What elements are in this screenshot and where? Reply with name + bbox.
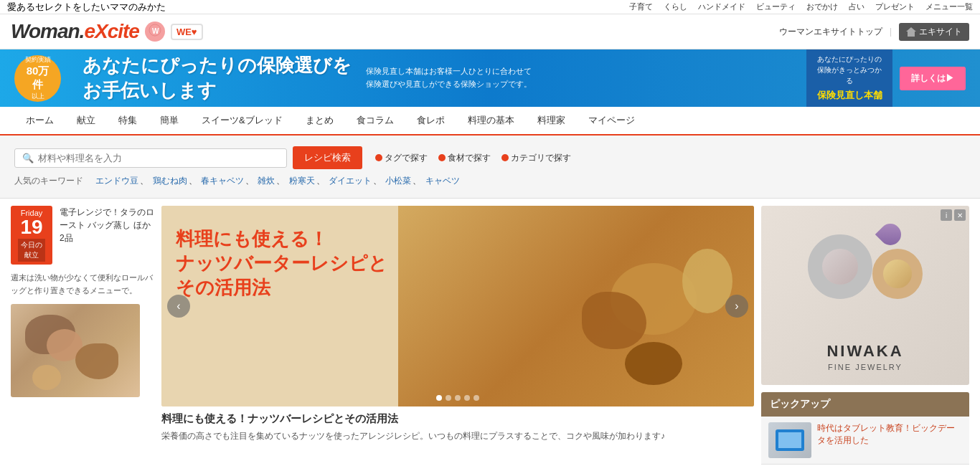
- slider-prev-button[interactable]: ‹: [167, 295, 190, 318]
- pickup-header: ピックアップ: [761, 392, 969, 417]
- keyword-cabbage[interactable]: キャベツ: [425, 176, 460, 186]
- today-label: 今日の献立: [18, 239, 45, 262]
- slider-title-line1: 料理にも使える！: [176, 227, 387, 252]
- dot-2[interactable]: [446, 395, 451, 401]
- nav-column[interactable]: 食コラム: [345, 107, 405, 134]
- search-area: 🔍 レシピ検索 タグで探す 食材で探す カテゴリで探す 人気のキーワード エンド…: [0, 135, 980, 199]
- top-nav-beauty[interactable]: ビューティ: [756, 1, 796, 12]
- header: Woman.eXcite W WE♥ ウーマンエキサイトトップ | エキサイト: [0, 14, 980, 49]
- pickup-text: 時代はタブレット教育！ビックデータを活用した: [817, 422, 962, 458]
- nav-matome[interactable]: まとめ: [294, 107, 345, 134]
- logo-woman: Woman.eXcite: [11, 20, 139, 43]
- top-nav-kosodate[interactable]: 子育て: [629, 1, 653, 12]
- top-nav-uranai[interactable]: 占い: [849, 1, 864, 12]
- banner-cta[interactable]: 詳しくは▶: [900, 67, 966, 90]
- site-tagline: 愛あるセレクトをしたいママのみかた: [7, 1, 166, 14]
- radio-category: [501, 154, 509, 161]
- excite-button[interactable]: エキサイト: [899, 23, 969, 41]
- nav-home[interactable]: ホーム: [14, 107, 65, 134]
- search-option-ingredient-label: 食材で探す: [448, 152, 491, 164]
- featured-slider: 料理にも使える！ ナッツバーターレシピと その活用法 ‹ ›: [161, 206, 754, 406]
- search-option-tag[interactable]: タグで探す: [375, 152, 428, 164]
- banner-right-text: あなたにぴったりの保険がきっとみつかる: [815, 54, 884, 86]
- top-nav-handmade[interactable]: ハンドメイド: [698, 1, 745, 12]
- ring-2: [872, 249, 923, 299]
- keyword-endou[interactable]: エンドウ豆: [95, 176, 138, 186]
- pickup-section: ピックアップ 時代はタブレット教育！ビックデータを活用した: [761, 392, 969, 465]
- top-nav-present[interactable]: プレゼント: [875, 1, 915, 12]
- excite-label: エキサイト: [919, 26, 962, 38]
- slider-title-line3: その活用法: [176, 276, 387, 300]
- banner-sub1: 保険見直し本舗はお客様一人ひとりに合わせて: [366, 65, 532, 78]
- slider-dots: [436, 395, 479, 401]
- dot-5[interactable]: [473, 395, 479, 401]
- logo-w-icon: W: [145, 22, 165, 42]
- right-column: i ✕ NIWAKA FINE JEWELRY ピックアップ: [761, 206, 969, 465]
- banner-right: あなたにぴったりの保険がきっとみつかる 保険見直し本舗 詳しくは▶: [806, 49, 966, 107]
- search-input-wrap[interactable]: 🔍: [14, 148, 287, 168]
- search-option-category[interactable]: カテゴリで探す: [501, 152, 571, 164]
- header-right-links: ウーマンエキサイトトップ | エキサイト: [779, 23, 969, 41]
- dot-4[interactable]: [464, 395, 470, 401]
- top-nav-kurashi[interactable]: くらし: [664, 1, 687, 12]
- featured-caption-text: 栄養価の高さでも注目を集めているナッツを使ったアレンジレシピ。いつもの料理にプラ…: [161, 429, 754, 443]
- banner-ad[interactable]: 契約実績 80万件 以上 あなたにぴったりの保険選びを お手伝いします 保険見直…: [0, 49, 980, 107]
- keyword-tori[interactable]: 鶏むね肉: [153, 176, 187, 186]
- banner-sub-text: 保険見直し本舗はお客様一人ひとりに合わせて 保険選びや見直しができる保険ショップ…: [366, 65, 532, 90]
- nav-kihon[interactable]: 料理の基本: [456, 107, 526, 134]
- keyword-diet[interactable]: ダイエット: [329, 176, 372, 186]
- nav-cook[interactable]: 料理家: [526, 107, 577, 134]
- search-option-ingredient[interactable]: 食材で探す: [438, 152, 491, 164]
- dot-3[interactable]: [455, 395, 461, 401]
- keyword-haru-cabbage[interactable]: 春キャベツ: [201, 176, 244, 186]
- nav-repo[interactable]: 食レポ: [405, 107, 456, 134]
- ring-gem: [875, 219, 905, 249]
- search-row: 🔍 レシピ検索 タグで探す 食材で探す カテゴリで探す: [14, 146, 966, 169]
- svg-text:W: W: [152, 27, 159, 35]
- banner-badge: 契約実績 80万件 以上: [14, 55, 61, 102]
- logo-link[interactable]: Woman.eXcite: [11, 20, 139, 43]
- top-nav-odekake[interactable]: おでかけ: [806, 1, 838, 12]
- svg-rect-2: [908, 31, 915, 37]
- slider-next-button[interactable]: ›: [725, 295, 748, 318]
- keyword-kanten[interactable]: 粉寒天: [289, 176, 315, 186]
- header-logo-area: Woman.eXcite W WE♥: [11, 20, 203, 43]
- home-icon: [906, 27, 916, 37]
- keyword-zoosui[interactable]: 雑炊: [258, 176, 275, 186]
- popular-keywords: 人気のキーワード エンドウ豆、 鶏むね肉、 春キャベツ、 雑炊、 粉寒天、 ダイ…: [14, 175, 966, 187]
- woman-excite-top-link[interactable]: ウーマンエキサイトトップ: [779, 26, 882, 38]
- dot-1[interactable]: [436, 395, 442, 401]
- ad-info-button[interactable]: i: [941, 209, 952, 221]
- nav-特集[interactable]: 特集: [107, 107, 149, 134]
- featured-caption: 料理にも使える！ナッツバーレシピとその活用法 栄養価の高さでも注目を集めているナ…: [161, 412, 754, 443]
- top-nav-menu[interactable]: メニュー一覧: [925, 1, 973, 12]
- radio-ingredient: [438, 154, 446, 161]
- jewelry-visual: [801, 220, 930, 335]
- ad-content: NIWAKA FINE JEWELRY: [761, 206, 969, 385]
- nav-簡単[interactable]: 簡単: [149, 107, 190, 134]
- nav-mypage[interactable]: マイページ: [577, 107, 646, 134]
- pickup-item-link[interactable]: 時代はタブレット教育！ビックデータを活用した: [817, 423, 955, 445]
- pickup-item: 時代はタブレット教育！ビックデータを活用した: [761, 417, 969, 465]
- banner-badge-line3: 以上: [32, 92, 44, 101]
- keyword-komatsu[interactable]: 小松菜: [385, 176, 411, 186]
- search-button[interactable]: レシピ検索: [293, 146, 362, 169]
- ad-close-button[interactable]: ✕: [954, 209, 966, 221]
- banner-sub2: 保険選びや見直しができる保険ショップです。: [366, 78, 532, 91]
- slider-food-overlay: [398, 206, 754, 406]
- ad-brand-name: NIWAKA: [826, 342, 903, 361]
- menu-title: 電子レンジで！タラのロースト バッグ蒸し ほか2品: [60, 206, 154, 244]
- main-nav: ホーム 献立 特集 簡単 スイーツ&ブレッド まとめ 食コラム 食レポ 料理の基…: [0, 107, 980, 135]
- date-box: Friday 19 今日の献立: [11, 206, 52, 265]
- popular-label: 人気のキーワード: [14, 176, 83, 186]
- search-input[interactable]: [38, 153, 279, 163]
- banner-badge-line1: 契約実績: [25, 55, 51, 65]
- nav-献立[interactable]: 献立: [65, 107, 107, 134]
- slider-text: 料理にも使える！ ナッツバーターレシピと その活用法: [176, 227, 387, 300]
- day-number: 19: [18, 217, 45, 237]
- featured-caption-title: 料理にも使える！ナッツバーレシピとその活用法: [161, 412, 754, 426]
- ad-box[interactable]: i ✕ NIWAKA FINE JEWELRY: [761, 206, 969, 385]
- nav-sweets[interactable]: スイーツ&ブレッド: [190, 107, 294, 134]
- menu-description: 週末は洗い物が少なくて便利なロールバッグと作り置きできるメニューで。: [11, 272, 154, 297]
- menu-image[interactable]: [11, 304, 140, 397]
